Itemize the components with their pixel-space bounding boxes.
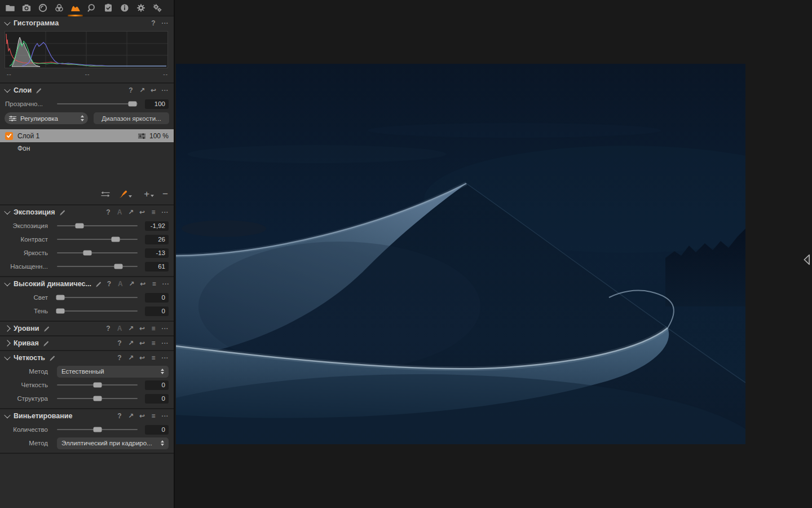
chevron-down-icon[interactable] xyxy=(4,208,10,214)
reset-icon[interactable]: ↩ xyxy=(139,340,145,347)
clarity-method-dropdown[interactable]: Естественный xyxy=(57,366,169,378)
slider-handle[interactable] xyxy=(112,237,120,242)
add-layer-button[interactable]: + xyxy=(144,190,149,198)
copy-adjustments-icon[interactable] xyxy=(100,190,111,198)
help-icon[interactable]: ? xyxy=(105,209,112,216)
clarity-slider-track[interactable] xyxy=(57,384,138,386)
chevron-down-icon[interactable] xyxy=(4,19,10,25)
slider-handle[interactable] xyxy=(93,427,102,432)
more-options-icon[interactable]: ··· xyxy=(162,87,169,94)
reset-icon[interactable]: ↩ xyxy=(139,413,145,419)
chevron-down-icon[interactable] xyxy=(4,412,10,418)
opacity-slider-track[interactable] xyxy=(57,103,138,104)
tab-output-gear-icon[interactable] xyxy=(133,1,148,16)
slider-handle[interactable] xyxy=(56,309,64,314)
hdr-header[interactable]: Высокий динамичес... ? A ↗ ↩ ≡ ··· xyxy=(0,277,174,291)
shadow-slider-track[interactable] xyxy=(57,310,138,312)
tab-adjustments-clipboard-icon[interactable] xyxy=(100,1,116,16)
vignetting-header[interactable]: Виньетирование ? ↗ ↩ ≡ ··· xyxy=(0,409,174,423)
vignette-amount-slider-track[interactable] xyxy=(57,429,138,430)
presets-menu-icon[interactable]: ≡ xyxy=(151,325,157,332)
saturation-slider-track[interactable] xyxy=(57,266,138,267)
edit-brush-icon[interactable] xyxy=(43,326,50,332)
photo-canvas-mojave-dunes[interactable] xyxy=(176,64,745,444)
layer-row-selected[interactable]: Слой 1 100 % xyxy=(0,129,174,142)
reset-icon[interactable]: ↩ xyxy=(139,354,145,361)
slider-handle[interactable] xyxy=(114,264,122,269)
chevron-down-icon[interactable] xyxy=(4,280,10,286)
vignetting-method-dropdown[interactable]: Эллиптический при кадриро... xyxy=(57,437,169,449)
curve-header[interactable]: Кривая ? ↗ ↩ ≡ ··· xyxy=(0,336,174,350)
expand-tool-icon[interactable]: ↗ xyxy=(128,340,134,347)
edit-brush-icon[interactable] xyxy=(49,355,56,362)
exposure-header[interactable]: Экспозиция ? A ↗ ↩ ≡ ··· xyxy=(0,205,174,219)
auto-adjust-icon[interactable]: A xyxy=(117,209,123,216)
help-icon[interactable]: ? xyxy=(106,281,112,287)
layer-row-background[interactable]: Фон xyxy=(0,142,174,154)
brush-menu-caret-icon[interactable] xyxy=(129,195,132,198)
tab-details-loupe-icon[interactable] xyxy=(84,1,99,16)
clarity-header[interactable]: Четкость ? ↗ ↩ ≡ ··· xyxy=(0,351,174,365)
reset-icon[interactable]: ↩ xyxy=(140,281,146,287)
tab-color-wheels-icon[interactable] xyxy=(51,1,67,16)
more-options-icon[interactable]: ··· xyxy=(162,413,169,419)
tab-exposure-curve-icon[interactable] xyxy=(68,1,83,16)
slider-value[interactable]: -13 xyxy=(145,248,169,258)
reset-icon[interactable]: ↩ xyxy=(139,325,145,332)
edit-brush-icon[interactable] xyxy=(95,281,102,288)
tab-capture-camera-icon[interactable] xyxy=(19,1,34,16)
slider-value[interactable]: 0 xyxy=(145,425,169,435)
chevron-down-icon[interactable] xyxy=(4,354,10,360)
more-options-icon[interactable]: ··· xyxy=(162,340,169,347)
reset-icon[interactable]: ↩ xyxy=(139,209,145,216)
chevron-down-icon[interactable] xyxy=(4,86,10,93)
edit-brush-icon[interactable] xyxy=(36,87,42,94)
brightness-slider-track[interactable] xyxy=(57,252,138,253)
add-layer-menu-caret-icon[interactable] xyxy=(151,195,154,197)
expand-tool-icon[interactable]: ↗ xyxy=(128,325,134,332)
exposure-slider-track[interactable] xyxy=(57,225,138,226)
help-icon[interactable]: ? xyxy=(117,354,123,361)
more-options-icon[interactable]: ··· xyxy=(162,209,169,216)
auto-adjust-icon[interactable]: A xyxy=(117,281,123,287)
expand-tool-icon[interactable]: ↗ xyxy=(128,209,134,216)
draw-mask-brush-icon[interactable] xyxy=(118,190,127,199)
slider-handle[interactable] xyxy=(83,251,92,256)
more-options-icon[interactable]: ··· xyxy=(162,326,169,332)
slider-value[interactable]: -1,92 xyxy=(145,221,169,231)
slider-value[interactable]: 0 xyxy=(145,306,169,316)
layers-header[interactable]: Слои ? ↗ ↩ ··· xyxy=(0,84,174,97)
expand-tool-icon[interactable]: ↗ xyxy=(128,354,134,361)
chevron-right-icon[interactable] xyxy=(4,325,10,331)
more-options-icon[interactable]: ··· xyxy=(162,20,169,27)
help-icon[interactable]: ? xyxy=(117,413,123,419)
chevron-right-icon[interactable] xyxy=(4,340,10,346)
layer-enabled-checkbox[interactable] xyxy=(5,132,13,140)
expand-tool-icon[interactable]: ↗ xyxy=(128,413,134,419)
more-options-icon[interactable]: ··· xyxy=(162,355,169,361)
slider-handle[interactable] xyxy=(56,295,64,300)
contrast-slider-track[interactable] xyxy=(57,239,138,240)
help-icon[interactable]: ? xyxy=(128,87,134,94)
adjustment-type-dropdown[interactable]: Регулировка xyxy=(5,112,88,124)
luma-range-button[interactable]: Диапазон яркости... xyxy=(94,112,169,124)
histogram-header[interactable]: Гистограмма ? ··· xyxy=(0,16,174,30)
levels-header[interactable]: Уровни ? A ↗ ↩ ≡ ··· xyxy=(0,322,174,335)
opacity-slider-handle[interactable] xyxy=(129,102,137,107)
slider-handle[interactable] xyxy=(93,383,102,388)
help-icon[interactable]: ? xyxy=(151,20,157,27)
slider-handle[interactable] xyxy=(76,224,84,229)
expand-tool-icon[interactable]: ↗ xyxy=(129,281,135,287)
expand-tool-icon[interactable]: ↗ xyxy=(139,87,145,94)
structure-slider-track[interactable] xyxy=(57,398,138,399)
slider-handle[interactable] xyxy=(93,396,102,401)
reset-icon[interactable]: ↩ xyxy=(151,87,157,94)
slider-value[interactable]: 0 xyxy=(145,394,169,404)
presets-menu-icon[interactable]: ≡ xyxy=(151,354,157,361)
auto-adjust-icon[interactable]: A xyxy=(117,325,123,332)
more-options-icon[interactable]: ··· xyxy=(162,281,170,287)
tab-metadata-info-icon[interactable] xyxy=(117,1,132,16)
edit-brush-icon[interactable] xyxy=(43,340,50,347)
help-icon[interactable]: ? xyxy=(105,325,112,332)
presets-menu-icon[interactable]: ≡ xyxy=(151,413,157,419)
